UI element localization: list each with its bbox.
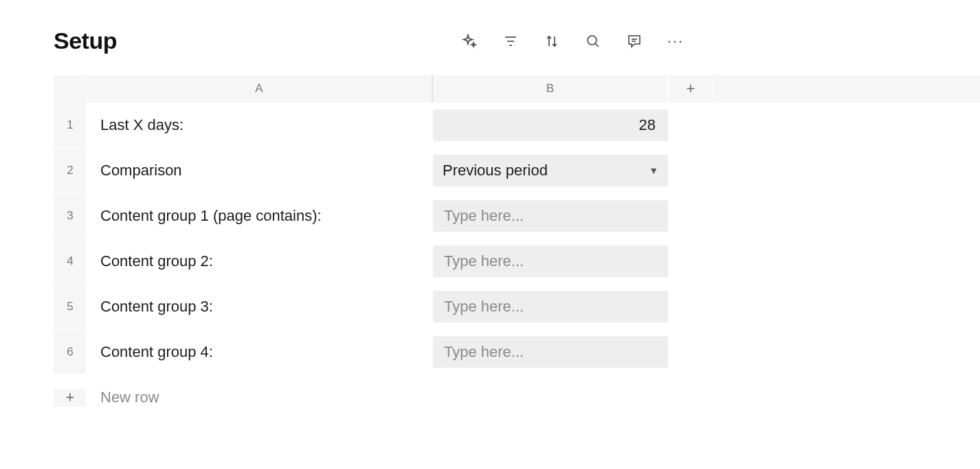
new-row-label: New row [87, 389, 159, 406]
row-number[interactable]: 5 [54, 284, 87, 329]
row-value [433, 284, 668, 329]
grid-row: 2 Comparison Previous period ▼ [54, 148, 980, 193]
content-group-4-input[interactable] [443, 342, 658, 362]
comparison-select-value: Previous period [443, 162, 548, 179]
svg-line-4 [595, 43, 599, 47]
row-value: Previous period ▼ [433, 148, 668, 193]
column-header-a[interactable]: A [87, 75, 433, 102]
svg-point-3 [588, 36, 597, 45]
row-value [433, 193, 668, 239]
sort-icon[interactable] [543, 32, 561, 50]
chevron-down-icon: ▼ [649, 165, 658, 176]
row-label[interactable]: Comparison [87, 148, 433, 193]
corner-cell[interactable] [54, 75, 87, 102]
content-group-2-input[interactable] [443, 252, 658, 271]
comment-icon[interactable] [625, 32, 643, 50]
plus-icon: + [54, 389, 87, 407]
row-value: 28 [433, 102, 668, 148]
row-number[interactable]: 3 [54, 193, 87, 239]
last-x-days-value[interactable]: 28 [433, 109, 668, 141]
row-label[interactable]: Content group 1 (page contains): [87, 193, 433, 239]
column-header-b[interactable]: B [433, 75, 668, 102]
row-label[interactable]: Last X days: [87, 102, 433, 148]
toolbar: ··· [460, 32, 684, 50]
more-icon[interactable]: ··· [667, 32, 684, 50]
comparison-select[interactable]: Previous period ▼ [433, 155, 668, 186]
new-row-button[interactable]: + New row [54, 375, 980, 420]
add-column-button[interactable]: + [668, 75, 713, 102]
grid-row: 4 Content group 2: [54, 239, 980, 284]
row-number[interactable]: 6 [54, 329, 87, 375]
filter-icon[interactable] [502, 32, 520, 50]
setup-grid: A B + 1 Last X days: 28 2 Comparison Pre… [54, 75, 980, 420]
grid-row: 1 Last X days: 28 [54, 102, 980, 148]
grid-row: 3 Content group 1 (page contains): [54, 193, 980, 239]
row-number[interactable]: 4 [54, 239, 87, 284]
content-group-3-input[interactable] [443, 297, 658, 316]
row-label[interactable]: Content group 3: [87, 284, 433, 329]
content-group-1-input[interactable] [443, 206, 658, 226]
row-value [433, 329, 668, 375]
row-label[interactable]: Content group 2: [87, 239, 433, 284]
search-icon[interactable] [584, 32, 602, 50]
grid-header: A B + [54, 75, 980, 102]
grid-row: 5 Content group 3: [54, 284, 980, 329]
row-number[interactable]: 2 [54, 148, 87, 193]
page-title: Setup [54, 28, 117, 54]
row-label[interactable]: Content group 4: [87, 329, 433, 375]
grid-row: 6 Content group 4: [54, 329, 980, 375]
sparkle-icon[interactable] [460, 32, 478, 50]
row-value [433, 239, 668, 284]
row-number[interactable]: 1 [54, 102, 87, 148]
